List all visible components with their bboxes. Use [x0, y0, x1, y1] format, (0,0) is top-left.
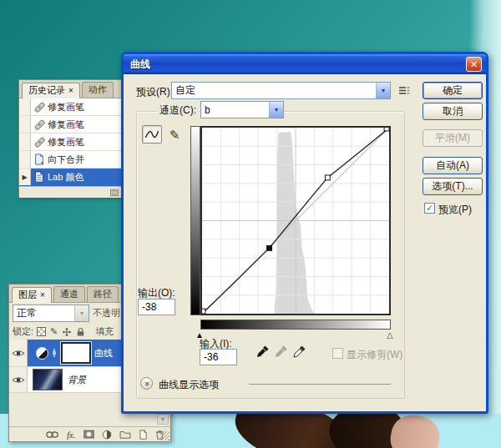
- check-icon: ✓: [426, 203, 433, 214]
- expander-divider: [249, 384, 391, 385]
- chevron-down-icon[interactable]: ▼: [74, 305, 89, 321]
- channel-select[interactable]: b ▼: [200, 101, 284, 118]
- blend-mode-select[interactable]: 正常 ▼: [13, 305, 89, 322]
- history-state-label: Lab 颜色: [48, 171, 84, 184]
- tab-actions-label: 动作: [89, 84, 107, 94]
- lock-label: 锁定:: [13, 325, 33, 338]
- show-clipping-label: 显示修剪(W): [347, 348, 402, 362]
- tab-history-label: 历史记录: [28, 85, 65, 95]
- history-palette: 历史记录× 动作 修复画笔 修复画笔 修复画笔: [18, 79, 124, 197]
- history-footer: [19, 186, 123, 198]
- history-source-well[interactable]: [19, 133, 31, 150]
- expander-chevron-icon[interactable]: »: [140, 377, 153, 390]
- tab-channels[interactable]: 通道: [53, 286, 85, 302]
- current-state-pointer-icon: ▶: [22, 174, 27, 181]
- dialog-title: 曲线: [130, 58, 466, 72]
- healing-brush-icon: [31, 136, 48, 148]
- panel-resize-grip[interactable]: [160, 431, 170, 440]
- input-gradient-bar: [200, 320, 391, 330]
- layer-thumbnail[interactable]: [33, 369, 63, 390]
- chevron-down-icon[interactable]: ▼: [376, 83, 390, 98]
- white-eyedropper-icon[interactable]: [292, 345, 306, 359]
- scrollbar-down-arrow[interactable]: ▼: [157, 414, 169, 425]
- show-clipping-checkbox[interactable]: [332, 348, 343, 359]
- edit-points-tool-button[interactable]: [142, 125, 162, 143]
- preview-label: 预览(P): [438, 203, 472, 217]
- auto-button[interactable]: 自动(A): [423, 157, 483, 174]
- curve-display-options-label[interactable]: 曲线显示选项: [159, 378, 219, 392]
- layer-name[interactable]: 曲线: [94, 347, 113, 360]
- mask-link-icon[interactable]: [51, 349, 58, 357]
- lock-paint-icon[interactable]: ✎: [50, 326, 58, 337]
- history-state-label: 向下合并: [48, 154, 84, 166]
- new-layer-icon[interactable]: [139, 430, 148, 440]
- history-tabbar: 历史记录× 动作: [19, 80, 123, 98]
- adjustment-layer-icon: [36, 347, 48, 360]
- tab-layers[interactable]: 图层×: [12, 287, 52, 303]
- gray-eyedropper-icon[interactable]: [274, 345, 288, 359]
- history-state-label: 修复画笔: [48, 136, 84, 148]
- merge-down-icon: [31, 154, 48, 165]
- lock-all-icon[interactable]: [76, 327, 85, 337]
- history-source-well[interactable]: [19, 98, 31, 115]
- visibility-eye-icon[interactable]: [9, 367, 28, 392]
- curves-dialog: 曲线 ✕ 预设(R): 自定 ▼ 通道(C): b ▼ ✎ ▲ △ 输出(O):: [121, 52, 488, 414]
- layer-name[interactable]: 背景: [68, 374, 86, 386]
- channel-label: 通道(C):: [157, 103, 199, 118]
- tab-paths[interactable]: 路径: [87, 286, 119, 302]
- output-field[interactable]: [138, 299, 175, 315]
- history-state-label: 修复画笔: [48, 101, 84, 113]
- layer-mask-thumbnail[interactable]: [61, 342, 91, 364]
- new-snapshot-icon[interactable]: [109, 188, 119, 198]
- history-state-row-selected[interactable]: ▶ Lab 颜色: [19, 169, 123, 186]
- ok-button[interactable]: 确定: [423, 82, 483, 99]
- tab-history[interactable]: 历史记录×: [22, 83, 80, 98]
- curve-svg[interactable]: [202, 128, 389, 314]
- healing-brush-icon: [31, 118, 48, 131]
- chevron-down-icon[interactable]: ▼: [269, 102, 283, 118]
- curve-grid[interactable]: [200, 126, 391, 315]
- link-layers-icon[interactable]: [46, 430, 59, 439]
- tab-close-icon[interactable]: ×: [40, 290, 45, 300]
- options-button[interactable]: 选项(T)...: [423, 178, 483, 195]
- preset-label: 预设(R):: [136, 85, 173, 99]
- lock-transparency-icon[interactable]: [37, 327, 46, 336]
- cancel-button[interactable]: 取消: [423, 103, 483, 120]
- tab-layers-label: 图层: [18, 289, 37, 300]
- new-adjustment-layer-icon[interactable]: [102, 430, 112, 440]
- preset-options-icon[interactable]: [397, 84, 412, 97]
- history-state-row[interactable]: 修复画笔: [19, 98, 123, 116]
- document-state-icon: [31, 171, 48, 183]
- history-state-label: 修复画笔: [48, 118, 84, 131]
- new-group-icon[interactable]: [119, 430, 131, 439]
- tab-actions[interactable]: 动作: [82, 82, 114, 98]
- smooth-button[interactable]: 平滑(M): [423, 129, 483, 147]
- history-state-row[interactable]: 修复画笔: [19, 116, 123, 133]
- visibility-eye-icon[interactable]: [9, 340, 28, 366]
- dialog-titlebar[interactable]: 曲线 ✕: [124, 54, 486, 74]
- healing-brush-icon: [31, 101, 48, 113]
- close-icon[interactable]: ✕: [466, 57, 482, 72]
- white-point-slider[interactable]: △: [387, 331, 393, 340]
- layer-style-icon[interactable]: fx.: [67, 430, 76, 440]
- history-source-well[interactable]: [19, 116, 31, 133]
- lock-move-icon[interactable]: [62, 327, 72, 337]
- channel-value: b: [201, 104, 269, 116]
- layers-footer: fx.: [9, 426, 170, 441]
- tab-close-icon[interactable]: ×: [68, 86, 73, 95]
- history-state-row[interactable]: 向下合并: [19, 151, 123, 169]
- preview-checkbox[interactable]: ✓: [424, 203, 435, 214]
- fill-label: 填充: [95, 325, 114, 338]
- add-mask-icon[interactable]: [84, 430, 94, 439]
- pencil-tool-button[interactable]: ✎: [164, 126, 185, 144]
- preset-value: 自定: [172, 83, 376, 98]
- preset-select[interactable]: 自定 ▼: [171, 82, 391, 99]
- tab-paths-label: 路径: [94, 289, 112, 299]
- black-eyedropper-icon[interactable]: [256, 345, 270, 359]
- history-source-well[interactable]: [19, 151, 31, 168]
- history-state-row[interactable]: 修复画笔: [19, 133, 123, 151]
- input-field[interactable]: [200, 349, 237, 365]
- photoshop-workspace: 历史记录× 动作 修复画笔 修复画笔 修复画笔: [0, 0, 501, 448]
- history-source-well[interactable]: ▶: [19, 169, 31, 185]
- tab-channels-label: 通道: [60, 289, 78, 299]
